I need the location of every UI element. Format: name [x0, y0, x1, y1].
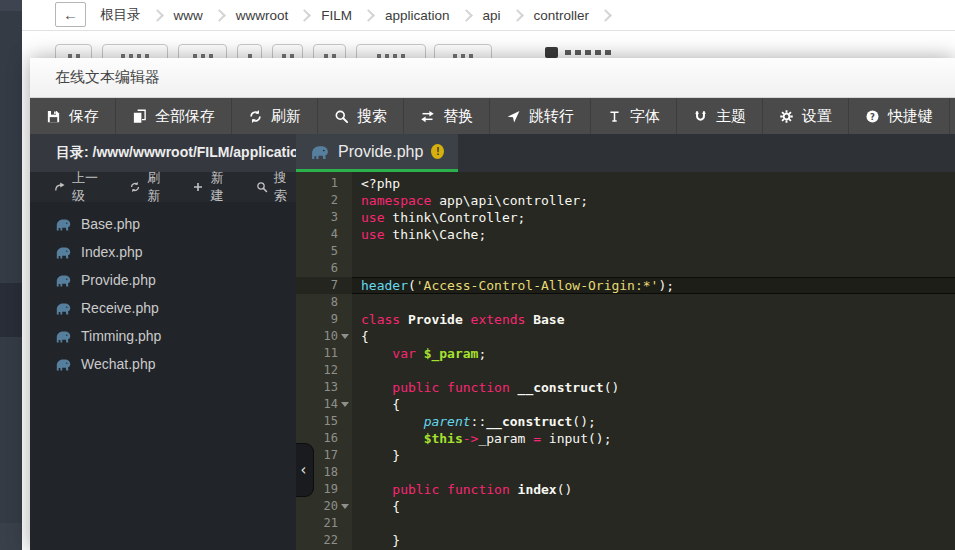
code-line-21[interactable]: 21 [296, 515, 955, 532]
theme-button[interactable]: 主题 [677, 98, 763, 134]
line-number[interactable]: 4 [296, 226, 352, 243]
code-text[interactable]: } [352, 447, 400, 464]
line-number[interactable]: 10 [296, 328, 352, 345]
line-number[interactable]: 5 [296, 243, 352, 260]
code-line-4[interactable]: 4use think\Cache; [296, 226, 955, 243]
code-text[interactable]: { [352, 498, 400, 515]
panel-action-search[interactable]: 搜索 [256, 169, 296, 205]
goto-line-button[interactable]: 跳转行 [490, 98, 591, 134]
breadcrumb-item-1[interactable]: www [172, 8, 205, 23]
code-line-2[interactable]: 2namespace app\api\controller; [296, 192, 955, 209]
panel-action-refresh[interactable]: 刷新 [129, 169, 169, 205]
code-line-14[interactable]: 14 { [296, 396, 955, 413]
code-line-9[interactable]: 9class Provide extends Base [296, 311, 955, 328]
code-text[interactable]: var $_param; [352, 345, 486, 362]
back-button[interactable]: ← [55, 2, 86, 27]
save-button[interactable]: 保存 [30, 98, 116, 134]
code-text[interactable]: namespace app\api\controller; [352, 192, 588, 209]
line-number[interactable]: 20 [296, 498, 352, 515]
code-text[interactable] [352, 464, 361, 481]
line-number[interactable]: 13 [296, 379, 352, 396]
breadcrumb-item-5[interactable]: api [481, 8, 503, 23]
code-line-6[interactable]: 6 [296, 260, 955, 277]
code-line-1[interactable]: 1<?php [296, 175, 955, 192]
breadcrumb-item-0[interactable]: 根目录 [98, 6, 143, 24]
line-number[interactable]: 6 [296, 260, 352, 277]
font-button[interactable]: 字体 [591, 98, 677, 134]
breadcrumb-item-3[interactable]: FILM [319, 8, 354, 23]
line-number[interactable]: 9 [296, 311, 352, 328]
code-text[interactable]: header('Access-Control-Allow-Origin:*'); [352, 277, 674, 294]
code-text[interactable]: parent::__construct(); [352, 413, 596, 430]
file-item-Base.php[interactable]: Base.php [30, 210, 296, 238]
settings-button[interactable]: 设置 [763, 98, 849, 134]
save-all-button[interactable]: 全部保存 [116, 98, 232, 134]
code-text[interactable]: <?php [352, 175, 400, 192]
code-line-19[interactable]: 19 public function index() [296, 481, 955, 498]
file-item-Receive.php[interactable]: Receive.php [30, 294, 296, 322]
rail-active-item[interactable] [0, 283, 22, 337]
fold-caret-icon[interactable] [341, 402, 349, 407]
code-text[interactable]: $this->_param = input(); [352, 430, 612, 447]
panel-action-up-level[interactable]: 上一级 [54, 169, 106, 205]
code-editor[interactable]: ‹ 1<?php2namespace app\api\controller;3u… [296, 172, 955, 550]
code-text[interactable]: public function __construct() [352, 379, 619, 396]
line-number[interactable]: 11 [296, 345, 352, 362]
code-text[interactable]: use think\Cache; [352, 226, 486, 243]
code-line-10[interactable]: 10{ [296, 328, 955, 345]
line-number[interactable]: 2 [296, 192, 352, 209]
code-line-17[interactable]: 17 } [296, 447, 955, 464]
file-item-Wechat.php[interactable]: Wechat.php [30, 350, 296, 378]
line-number[interactable]: 1 [296, 175, 352, 192]
code-text[interactable] [352, 515, 361, 532]
line-number[interactable]: 14 [296, 396, 352, 413]
line-number[interactable]: 12 [296, 362, 352, 379]
code-text[interactable] [352, 243, 361, 260]
breadcrumb-item-2[interactable]: wwwroot [234, 8, 291, 23]
code-text[interactable]: class Provide extends Base [352, 311, 565, 328]
line-number[interactable]: 22 [296, 532, 352, 549]
code-line-22[interactable]: 22 } [296, 532, 955, 549]
line-number[interactable]: 7 [296, 277, 352, 294]
code-line-3[interactable]: 3use think\Controller; [296, 209, 955, 226]
fold-caret-icon[interactable] [341, 334, 349, 339]
code-text[interactable] [352, 362, 361, 379]
theme-icon [693, 109, 708, 124]
code-text[interactable]: { [352, 328, 369, 345]
replace-button[interactable]: 替换 [404, 98, 490, 134]
code-text[interactable]: } [352, 532, 400, 549]
line-number[interactable]: 3 [296, 209, 352, 226]
code-line-13[interactable]: 13 public function __construct() [296, 379, 955, 396]
code-text[interactable] [352, 294, 361, 311]
breadcrumb-item-4[interactable]: application [383, 8, 452, 23]
code-line-11[interactable]: 11 var $_param; [296, 345, 955, 362]
code-line-5[interactable]: 5 [296, 243, 955, 260]
refresh-icon [248, 109, 263, 124]
breadcrumb-item-6[interactable]: controller [532, 8, 592, 23]
code-line-18[interactable]: 18 [296, 464, 955, 481]
hotkeys-button[interactable]: ?快捷键 [849, 98, 950, 134]
code-text[interactable] [352, 260, 361, 277]
code-text[interactable]: public function index() [352, 481, 572, 498]
fold-caret-icon[interactable] [341, 504, 349, 509]
file-item-Timming.php[interactable]: Timming.php [30, 322, 296, 350]
code-line-12[interactable]: 12 [296, 362, 955, 379]
code-line-15[interactable]: 15 parent::__construct(); [296, 413, 955, 430]
search-button[interactable]: 搜索 [318, 98, 404, 134]
collapse-sidebar-handle[interactable]: ‹ [296, 443, 314, 497]
code-line-20[interactable]: 20 { [296, 498, 955, 515]
panel-action-new[interactable]: 新建 [192, 169, 232, 205]
code-text[interactable]: use think\Controller; [352, 209, 525, 226]
code-line-16[interactable]: 16 $this->_param = input(); [296, 430, 955, 447]
refresh-button[interactable]: 刷新 [232, 98, 318, 134]
code-line-8[interactable]: 8 [296, 294, 955, 311]
code-text[interactable]: { [352, 396, 400, 413]
line-number[interactable]: 21 [296, 515, 352, 532]
line-number[interactable]: 15 [296, 413, 352, 430]
file-item-Provide.php[interactable]: Provide.php [30, 266, 296, 294]
tab-provide-php[interactable]: Provide.php ! [296, 134, 458, 172]
line-number[interactable]: 8 [296, 294, 352, 311]
file-name: Base.php [81, 216, 140, 232]
file-item-Index.php[interactable]: Index.php [30, 238, 296, 266]
code-line-7[interactable]: 7header('Access-Control-Allow-Origin:*')… [296, 277, 955, 294]
